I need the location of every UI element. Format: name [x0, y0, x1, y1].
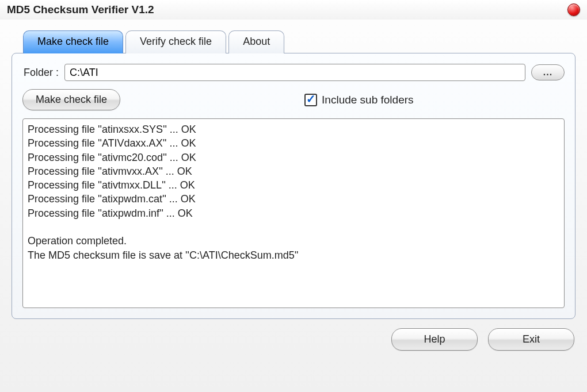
bottom-button-row: Help Exit	[0, 328, 574, 351]
app-window: MD5 Checksum Verifier V1.2 Make check fi…	[0, 0, 587, 392]
checkmark-icon: ✓	[306, 93, 316, 105]
folder-input[interactable]	[64, 64, 525, 81]
log-output[interactable]: Processing file ''atinxsxx.SYS'' ... OK …	[22, 118, 565, 308]
tab-label: Verify check file	[140, 36, 212, 47]
tab-about[interactable]: About	[228, 30, 284, 53]
tab-verify-check-file[interactable]: Verify check file	[125, 30, 226, 53]
folder-label: Folder :	[22, 67, 59, 79]
browse-button[interactable]: ...	[531, 64, 565, 80]
folder-row: Folder : ...	[22, 64, 565, 81]
close-button[interactable]	[567, 3, 580, 16]
exit-button-label: Exit	[523, 333, 540, 345]
tab-row: Make check file Verify check file About	[23, 30, 575, 53]
tab-panel-make-check-file: Folder : ... Make check file ✓ Include s…	[12, 53, 575, 319]
action-row: Make check file ✓ Include sub folders	[22, 89, 565, 110]
include-subfolders-label: Include sub folders	[322, 94, 414, 106]
include-subfolders-checkbox[interactable]: ✓ Include sub folders	[304, 94, 414, 106]
titlebar: MD5 Checksum Verifier V1.2	[0, 0, 587, 20]
make-check-file-button[interactable]: Make check file	[22, 89, 120, 110]
tab-make-check-file[interactable]: Make check file	[23, 30, 123, 53]
browse-button-label: ...	[543, 67, 552, 77]
tab-container: Make check file Verify check file About …	[12, 30, 575, 319]
help-button-label: Help	[424, 333, 445, 345]
tab-label: Make check file	[37, 36, 109, 47]
tab-label: About	[243, 36, 270, 47]
checkbox-box-icon: ✓	[304, 94, 317, 106]
exit-button[interactable]: Exit	[488, 328, 574, 351]
app-title: MD5 Checksum Verifier V1.2	[7, 3, 154, 16]
make-check-file-label: Make check file	[36, 94, 107, 105]
help-button[interactable]: Help	[391, 328, 478, 351]
